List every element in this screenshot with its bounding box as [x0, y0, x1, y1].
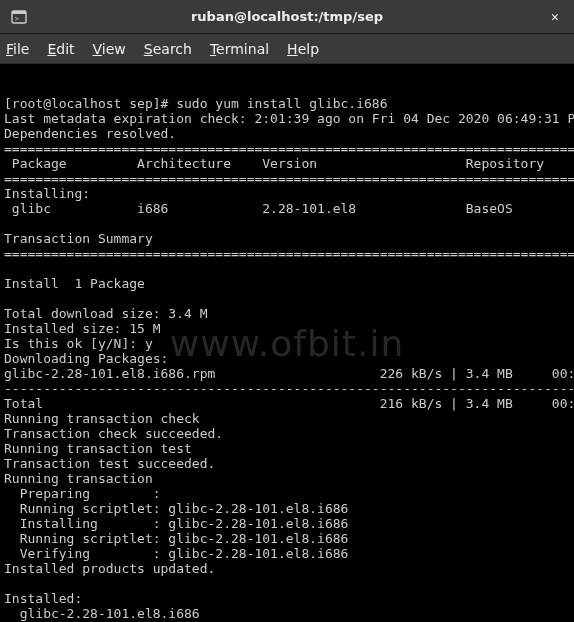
menu-terminal[interactable]: Terminal: [210, 41, 269, 57]
output-line: Install 1 Package: [4, 276, 145, 291]
output-line: Total download size: 3.4 M: [4, 306, 208, 321]
output-line: Running transaction: [4, 471, 153, 486]
output-line: Verifying : glibc-2.28-101.el8.i686 1/1: [4, 546, 574, 561]
output-line: Transaction Summary: [4, 231, 153, 246]
svg-rect-1: [12, 11, 26, 14]
menubar: File Edit View Search Terminal Help: [0, 34, 574, 64]
menu-search[interactable]: Search: [144, 41, 192, 57]
output-line: ----------------------------------------…: [4, 381, 574, 396]
app-menu-icon[interactable]: >_: [6, 4, 32, 30]
output-line: ========================================…: [4, 141, 574, 156]
table-row: glibc i686 2.28-101.el8 BaseOS 3.4 M: [4, 201, 574, 216]
output-line: Installed size: 15 M: [4, 321, 161, 336]
menu-view[interactable]: View: [93, 41, 126, 57]
output-line: Running transaction test: [4, 441, 192, 456]
menu-edit[interactable]: Edit: [47, 41, 74, 57]
table-header: Package Architecture Version Repository …: [4, 156, 574, 171]
output-line: Installed:: [4, 591, 82, 606]
menu-help[interactable]: Help: [287, 41, 319, 57]
output-line: glibc-2.28-101.el8.i686.rpm 226 kB/s | 3…: [4, 366, 574, 381]
terminal-area[interactable]: www.ofbit.in [root@localhost sep]# sudo …: [0, 64, 574, 622]
prompt: [root@localhost sep]#: [4, 96, 176, 111]
close-button[interactable]: ✕: [542, 4, 568, 30]
output-line: Is this ok [y/N]: y: [4, 336, 153, 351]
output-line: glibc-2.28-101.el8.i686: [4, 606, 200, 621]
output-line: Installing : glibc-2.28-101.el8.i686 1/1: [4, 516, 574, 531]
output-line: Transaction check succeeded.: [4, 426, 223, 441]
output-line: Downloading Packages:: [4, 351, 168, 366]
output-line: Dependencies resolved.: [4, 126, 176, 141]
output-line: ========================================…: [4, 246, 574, 261]
output-line: Installing:: [4, 186, 90, 201]
command: sudo yum install glibc.i686: [176, 96, 387, 111]
output-line: ========================================…: [4, 171, 574, 186]
menu-file[interactable]: File: [6, 41, 29, 57]
output-line: Last metadata expiration check: 2:01:39 …: [4, 111, 574, 126]
output-line: Installed products updated.: [4, 561, 215, 576]
titlebar: >_ ruban@localhost:/tmp/sep ✕: [0, 0, 574, 34]
output-line: Running transaction check: [4, 411, 200, 426]
output-line: Total 216 kB/s | 3.4 MB 00:16: [4, 396, 574, 411]
output-line: Preparing : 1/1: [4, 486, 574, 501]
output-line: Transaction test succeeded.: [4, 456, 215, 471]
close-icon: ✕: [551, 9, 559, 24]
output-line: Running scriptlet: glibc-2.28-101.el8.i6…: [4, 501, 574, 516]
svg-text:>_: >_: [15, 15, 24, 23]
window-title: ruban@localhost:/tmp/sep: [191, 9, 383, 24]
output-line: Running scriptlet: glibc-2.28-101.el8.i6…: [4, 531, 574, 546]
